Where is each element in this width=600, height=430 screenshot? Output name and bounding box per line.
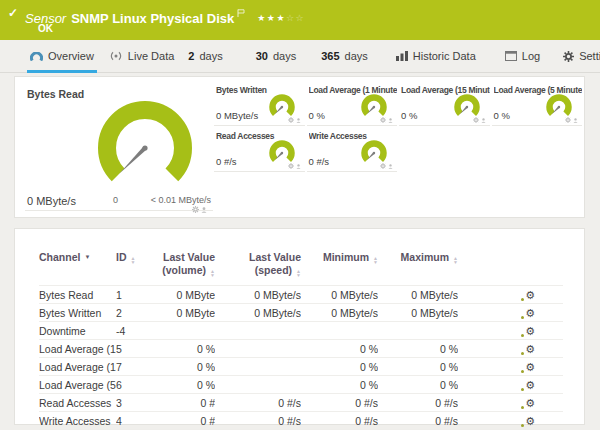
gauge-settings-gear-icon[interactable] [380, 155, 386, 173]
gauge-settings-gear-icon[interactable] [473, 109, 479, 127]
gauge-pin-icon[interactable] [201, 207, 207, 213]
cell-last-value-volume: 0 % [151, 376, 215, 394]
priority-rating-stars[interactable]: ★★★☆☆ [257, 13, 305, 23]
column-header-last-value-speed[interactable]: Last Value (speed)▲▼ [215, 247, 301, 286]
gauge-current-value: 0 #/s [309, 156, 330, 167]
cell-channel[interactable]: Read Accesses [39, 394, 116, 412]
tab-settings[interactable]: Settings [563, 40, 600, 72]
tab-30-days[interactable]: 30 days [256, 40, 297, 72]
sort-icon[interactable]: ▲▼ [131, 256, 136, 264]
channel-gauge[interactable]: Load Average (1 Minute) 0 % [307, 83, 398, 126]
channel-gauge[interactable]: Load Average (15 Minutes) 0 % [399, 83, 490, 126]
cell-channel[interactable]: Write Accesses [39, 412, 116, 430]
log-window-icon [505, 51, 517, 61]
tab-overview[interactable]: Overview [30, 40, 94, 72]
page-title: SNMP Linux Physical Disk [71, 11, 234, 26]
cell-minimum: 0 % [301, 358, 378, 376]
cell-last-value-speed: 0 #/s [215, 412, 301, 430]
channel-settings-gear-icon[interactable]: ⚙ [525, 416, 535, 427]
cell-channel[interactable]: Load Average (1 Min... [39, 340, 116, 358]
table-row[interactable]: Write Accesses 4 0 # 0 #/s 0 #/s 0 #/s ⚙ [39, 412, 563, 430]
column-header-id[interactable]: ID▲▼ [116, 247, 151, 286]
column-header-actions [458, 247, 563, 286]
gauge-bytes-read[interactable]: Bytes Read 0 MByte/s 0 < 0.01 MByte/s [23, 83, 215, 211]
cell-minimum: 0 MByte/s [301, 304, 378, 322]
tab-log[interactable]: Log [505, 40, 540, 72]
star-icon[interactable]: ☆ [286, 13, 296, 23]
sort-icon[interactable]: ▲▼ [210, 269, 215, 277]
cell-maximum: 0 #/s [378, 394, 458, 412]
gauge-title: Bytes Read [27, 88, 84, 100]
table-row[interactable]: Downtime -4 ⚙ [39, 322, 563, 340]
cell-channel[interactable]: Downtime [39, 322, 116, 340]
gauge-settings-gear-icon[interactable] [288, 109, 294, 127]
channel-settings-gear-icon[interactable]: ⚙ [525, 290, 535, 301]
tab-bar: Overview Live Data 2 days 30 days 365 da… [0, 40, 600, 73]
channel-settings-gear-icon[interactable]: ⚙ [525, 344, 535, 355]
gauge-pin-icon[interactable] [481, 109, 486, 127]
cell-channel[interactable]: Bytes Read [39, 286, 116, 304]
gauge-dial [98, 101, 192, 195]
tab-2-days[interactable]: 2 days [188, 40, 222, 72]
tab-historic-data[interactable]: Historic Data [396, 40, 476, 72]
table-row[interactable]: Bytes Read 1 0 MByte 0 MByte/s 0 MByte/s… [39, 286, 563, 304]
star-icon[interactable]: ☆ [296, 13, 306, 23]
channel-gauge[interactable]: Write Accesses 0 #/s [307, 129, 398, 172]
bar-chart-icon [396, 51, 408, 61]
cell-last-value-volume: 0 % [151, 340, 215, 358]
cell-id: 7 [116, 358, 151, 376]
cell-maximum: 0 MByte/s [378, 286, 458, 304]
gauge-settings-gear-icon[interactable] [565, 109, 571, 127]
table-row[interactable]: Load Average (1 Min... 5 0 % 0 % 0 % ⚙ [39, 340, 563, 358]
channel-settings-gear-icon[interactable]: ⚙ [525, 326, 535, 337]
gauge-current-value: 0 % [494, 110, 510, 121]
channel-settings-gear-icon[interactable]: ⚙ [525, 308, 535, 319]
cell-last-value-speed: 0 MByte/s [215, 304, 301, 322]
channel-settings-gear-icon[interactable]: ⚙ [525, 380, 535, 391]
cell-maximum [378, 322, 458, 340]
tab-365-days[interactable]: 365 days [321, 40, 368, 72]
tab-live-data[interactable]: Live Data [109, 40, 174, 72]
cell-last-value-speed [215, 358, 301, 376]
gear-icon [563, 51, 574, 62]
gauge-settings-gear-icon[interactable] [192, 206, 199, 213]
gauge-pin-icon[interactable] [296, 155, 301, 173]
column-header-channel[interactable]: Channel▼ [39, 247, 116, 286]
column-header-maximum[interactable]: Maximum▲▼ [378, 247, 458, 286]
gauge-pin-icon[interactable] [388, 109, 393, 127]
gauge-pin-icon[interactable] [388, 155, 393, 173]
gauge-settings-gear-icon[interactable] [288, 155, 294, 173]
star-icon[interactable]: ★ [267, 13, 277, 23]
sort-icon[interactable]: ▲▼ [296, 269, 301, 277]
sort-icon[interactable]: ▲▼ [373, 256, 378, 264]
table-row[interactable]: Load Average (5 Min... 6 0 % 0 % 0 % ⚙ [39, 376, 563, 394]
cell-last-value-volume: 0 % [151, 358, 215, 376]
cell-maximum: 0 % [378, 376, 458, 394]
channel-settings-gear-icon[interactable]: ⚙ [525, 362, 535, 373]
table-row[interactable]: Load Average (15 Mi... 7 0 % 0 % 0 % ⚙ [39, 358, 563, 376]
channel-settings-gear-icon[interactable]: ⚙ [525, 398, 535, 409]
gauge-settings-gear-icon[interactable] [380, 109, 386, 127]
gauges-panel: Bytes Read 0 MByte/s 0 < 0.01 MByte/s By… [14, 76, 585, 218]
gauge-pin-icon[interactable] [296, 109, 301, 127]
column-header-last-value-volume[interactable]: Last Value (volume)▲▼ [151, 247, 215, 286]
cell-last-value-volume: 0 # [151, 412, 215, 430]
gauge-pin-icon[interactable] [573, 109, 578, 127]
cell-last-value-speed [215, 376, 301, 394]
table-row[interactable]: Bytes Written 2 0 MByte 0 MByte/s 0 MByt… [39, 304, 563, 322]
column-header-minimum[interactable]: Minimum▲▼ [301, 247, 378, 286]
sort-icon[interactable]: ▲▼ [453, 256, 458, 264]
channel-gauge[interactable]: Bytes Written 0 MByte/s [214, 83, 305, 126]
star-icon[interactable]: ★ [257, 13, 267, 23]
cell-minimum: 0 % [301, 376, 378, 394]
table-row[interactable]: Read Accesses 3 0 # 0 #/s 0 #/s 0 #/s ⚙ [39, 394, 563, 412]
star-icon[interactable]: ★ [276, 13, 286, 23]
sort-desc-icon[interactable]: ▼ [84, 254, 90, 260]
cell-channel[interactable]: Load Average (15 Mi... [39, 358, 116, 376]
channel-gauge[interactable]: Load Average (5 Minutes) 0 % [492, 83, 583, 126]
flag-icon [237, 5, 245, 20]
cell-channel[interactable]: Load Average (5 Min... [39, 376, 116, 394]
cell-minimum: 0 % [301, 340, 378, 358]
cell-channel[interactable]: Bytes Written [39, 304, 116, 322]
channel-gauge[interactable]: Read Accesses 0 #/s [214, 129, 305, 172]
